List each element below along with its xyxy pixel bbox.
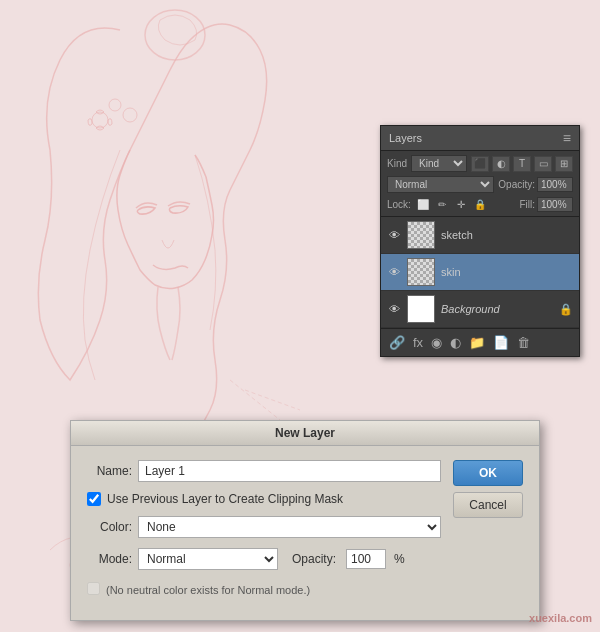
fill-row: Fill: 100% xyxy=(519,197,573,212)
fill-label: Fill: xyxy=(519,199,535,210)
blend-opacity-row: Normal Multiply Screen Overlay Opacity: … xyxy=(387,176,573,193)
fill-value: 100% xyxy=(537,197,573,212)
mode-opacity-row: Mode: Normal Multiply Screen Overlay Sof… xyxy=(87,548,441,570)
layer-thumbnail xyxy=(407,258,435,286)
opacity-value: 100% xyxy=(537,177,573,192)
delete-layer-btn[interactable]: 🗑 xyxy=(515,333,532,352)
kind-adjust-icon[interactable]: ◐ xyxy=(492,156,510,172)
name-label: Name: xyxy=(87,464,132,478)
color-label: Color: xyxy=(87,520,132,534)
layer-item[interactable]: 👁 sketch xyxy=(381,217,579,254)
layers-panel: Layers ≡ Kind Kind ⬛ ◐ T ▭ ⊞ Normal Mult… xyxy=(380,125,580,357)
kind-label: Kind xyxy=(387,158,407,169)
kind-smart-icon[interactable]: ⊞ xyxy=(555,156,573,172)
name-input[interactable] xyxy=(138,460,441,482)
mode-label: Mode: xyxy=(87,552,132,566)
svg-point-2 xyxy=(109,99,121,111)
panel-menu-icon[interactable]: ≡ xyxy=(563,130,571,146)
panel-header: Layers ≡ xyxy=(381,126,579,151)
layer-controls: Kind Kind ⬛ ◐ T ▭ ⊞ Normal Multiply Scre… xyxy=(381,151,579,217)
layer-name: skin xyxy=(441,266,573,278)
kind-icons: ⬛ ◐ T ▭ ⊞ xyxy=(471,156,573,172)
watermark: xuexila.com xyxy=(529,612,592,624)
kind-shape-icon[interactable]: ▭ xyxy=(534,156,552,172)
lock-label: Lock: xyxy=(387,199,411,210)
color-row: Color: None Red Orange Yellow Green Blue… xyxy=(87,516,441,538)
opacity-label: Opacity: xyxy=(292,552,336,566)
new-layer-btn[interactable]: 📄 xyxy=(491,333,511,352)
layer-lock-icon: 🔒 xyxy=(559,303,573,316)
svg-point-3 xyxy=(123,108,137,122)
clip-checkbox[interactable] xyxy=(87,492,101,506)
layer-thumbnail xyxy=(407,221,435,249)
kind-dropdown[interactable]: Kind xyxy=(411,155,467,172)
opacity-row: Opacity: 100% xyxy=(498,177,573,192)
panel-title: Layers xyxy=(389,132,422,144)
kind-row: Kind Kind ⬛ ◐ T ▭ ⊞ xyxy=(387,155,573,172)
layer-item[interactable]: 👁 skin xyxy=(381,254,579,291)
dialog-buttons: OK Cancel xyxy=(453,460,523,606)
link-layers-btn[interactable]: 🔗 xyxy=(387,333,407,352)
layer-name: sketch xyxy=(441,229,573,241)
eye-icon[interactable]: 👁 xyxy=(387,302,401,316)
lock-pixels-btn[interactable]: ⬜ xyxy=(415,198,431,212)
lock-move-btn[interactable]: ✛ xyxy=(453,198,469,212)
blend-mode-dropdown[interactable]: Normal Multiply Screen Overlay xyxy=(387,176,494,193)
eye-icon[interactable]: 👁 xyxy=(387,228,401,242)
dialog-form: Name: Use Previous Layer to Create Clipp… xyxy=(87,460,441,606)
ok-button[interactable]: OK xyxy=(453,460,523,486)
dialog-titlebar: New Layer xyxy=(71,421,539,446)
clip-checkbox-row: Use Previous Layer to Create Clipping Ma… xyxy=(87,492,441,506)
neutral-note: (No neutral color exists for Normal mode… xyxy=(106,584,310,596)
neutral-note-row: (No neutral color exists for Normal mode… xyxy=(87,580,441,596)
lock-fill-row: Lock: ⬜ ✏ ✛ 🔒 Fill: 100% xyxy=(387,197,573,212)
color-select[interactable]: None Red Orange Yellow Green Blue Violet… xyxy=(138,516,441,538)
dialog-body: Name: Use Previous Layer to Create Clipp… xyxy=(71,446,539,620)
lock-all-btn[interactable]: 🔒 xyxy=(472,198,488,212)
cancel-button[interactable]: Cancel xyxy=(453,492,523,518)
svg-line-5 xyxy=(245,390,300,410)
eye-icon[interactable]: 👁 xyxy=(387,265,401,279)
layer-item[interactable]: 👁 Background 🔒 xyxy=(381,291,579,328)
group-layers-btn[interactable]: 📁 xyxy=(467,333,487,352)
kind-text-icon[interactable]: T xyxy=(513,156,531,172)
panel-toolbar: 🔗 fx ◉ ◐ 📁 📄 🗑 xyxy=(381,328,579,356)
layers-list: 👁 sketch 👁 skin 👁 Background 🔒 xyxy=(381,217,579,328)
opacity-input[interactable] xyxy=(346,549,386,569)
clip-checkbox-label: Use Previous Layer to Create Clipping Ma… xyxy=(107,492,343,506)
layer-thumbnail xyxy=(407,295,435,323)
dialog-title: New Layer xyxy=(275,426,335,440)
layer-name: Background xyxy=(441,303,553,315)
opacity-label: Opacity: xyxy=(498,179,535,190)
lock-icons: ⬜ ✏ ✛ 🔒 xyxy=(415,198,488,212)
opacity-unit: % xyxy=(394,552,405,566)
kind-pixel-icon[interactable]: ⬛ xyxy=(471,156,489,172)
name-row: Name: xyxy=(87,460,441,482)
lock-position-btn[interactable]: ✏ xyxy=(434,198,450,212)
new-layer-dialog: New Layer Name: Use Previous Layer to Cr… xyxy=(70,420,540,621)
neutral-checkbox[interactable] xyxy=(87,582,100,595)
layer-mask-btn[interactable]: ◉ xyxy=(429,333,444,352)
layer-effects-btn[interactable]: fx xyxy=(411,333,425,352)
mode-select[interactable]: Normal Multiply Screen Overlay Soft Ligh… xyxy=(138,548,278,570)
adjustment-layer-btn[interactable]: ◐ xyxy=(448,333,463,352)
